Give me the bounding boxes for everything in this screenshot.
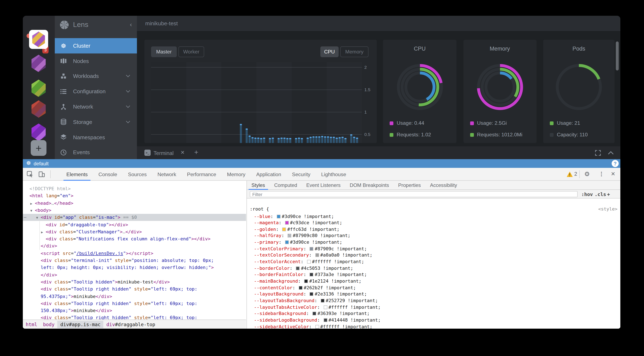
color-swatch[interactable] <box>288 234 292 238</box>
dom-tree-row[interactable]: <script src="/build/LensDev.js"></script… <box>23 250 246 257</box>
css-property-value[interactable]: #2e3136 !important; <box>315 292 367 297</box>
css-property-name[interactable]: --textColorPrimary <box>254 246 303 252</box>
css-variable-row[interactable]: --layoutBackground: #2e3136 !important; <box>254 291 367 298</box>
metric-tab-cpu[interactable]: CPU <box>320 46 338 57</box>
color-swatch[interactable] <box>304 279 308 283</box>
expand-arrow-closed-icon[interactable]: ▶ <box>30 200 32 207</box>
cluster-tile-cluster-4[interactable] <box>29 99 48 119</box>
css-variable-row[interactable]: --borderColor: #4c5053 !important; <box>254 265 353 271</box>
dom-tree-row[interactable]: <div class="Tooltip right hidden" style=… <box>23 286 246 293</box>
css-variable-row[interactable]: --magenta: #c93dce !important; <box>254 220 342 226</box>
color-swatch[interactable] <box>310 273 314 277</box>
dom-tree-row[interactable]: ▶<div class="ClusterManager">…</div> <box>23 228 246 236</box>
terminal-fullscreen-icon[interactable] <box>595 150 601 156</box>
sidebar-item-nodes[interactable]: Nodes <box>55 53 137 69</box>
css-variable-row[interactable]: --textColorSecondary: #a0a0a0 !important… <box>254 252 372 259</box>
cluster-tile-cluster-5[interactable] <box>29 123 48 142</box>
tab-sources[interactable]: Sources <box>122 168 152 181</box>
styles-filter-input[interactable] <box>250 191 578 197</box>
css-property-name[interactable]: --sidebarBackground <box>254 311 306 316</box>
css-variable-row[interactable]: --textColorPrimary: #87909c !important; <box>254 246 367 252</box>
tab-security[interactable]: Security <box>286 168 316 181</box>
sidebar-collapse-icon[interactable]: ‹ <box>130 21 132 28</box>
device-toolbar-icon[interactable] <box>38 171 45 178</box>
devtools-menu-icon[interactable]: ⋮ <box>599 171 604 177</box>
css-property-name[interactable]: --halfGray <box>254 233 281 238</box>
css-property-value[interactable]: #36393e !important; <box>318 311 370 316</box>
node-tab-worker[interactable]: Worker <box>178 46 204 57</box>
sidebar-item-events[interactable]: Events <box>55 145 137 160</box>
css-variable-row[interactable]: --sidebarBackground: #36393e !important; <box>254 311 370 317</box>
breadcrumb-item[interactable]: html <box>23 321 40 328</box>
css-variable-row[interactable]: --layoutTabsActiveColor: #ffffff !import… <box>254 304 381 310</box>
terminal-tab[interactable]: Terminal <box>154 150 174 156</box>
css-variable-row[interactable]: --sidebarLogoBackground: #414448 !import… <box>254 317 381 324</box>
css-property-value[interactable]: #ffffff !important; <box>328 304 381 310</box>
css-property-name[interactable]: --primary <box>254 240 279 245</box>
tab-properties[interactable]: Properties <box>394 181 425 190</box>
add-cluster-button[interactable]: + <box>31 140 46 156</box>
dom-tree-row[interactable]: ⋯▼<div id="app" class="is-mac"> == $0 <box>23 214 246 221</box>
dom-tree-row[interactable]: <div class="Notifications flex column al… <box>23 235 246 243</box>
css-property-name[interactable]: --borderFaintColor <box>254 272 303 277</box>
tab-performance[interactable]: Performance <box>182 168 222 181</box>
warning-icon[interactable] <box>566 171 573 178</box>
color-swatch[interactable] <box>310 247 314 251</box>
color-swatch[interactable] <box>310 292 314 296</box>
css-property-name[interactable]: --layoutTabsBackground <box>254 298 314 303</box>
terminal-collapse-icon[interactable] <box>608 151 614 155</box>
expand-arrow-open-icon[interactable]: ▼ <box>30 207 32 214</box>
css-property-value[interactable]: #4c5053 !important; <box>301 265 353 271</box>
css-property-value[interactable]: #414448 !important; <box>328 318 381 323</box>
css-property-value[interactable]: #3d90ce !important; <box>290 240 342 245</box>
css-variable-row[interactable]: --blue: #3d90ce !important; <box>254 213 334 220</box>
dom-tree-row[interactable]: <div class="Tooltip right hidden" style=… <box>23 314 246 320</box>
tab-computed[interactable]: Computed <box>270 181 302 190</box>
css-property-value[interactable]: #ffffff !important; <box>320 324 372 329</box>
css-property-name[interactable]: --layoutTabsActiveColor <box>254 304 317 310</box>
color-swatch[interactable] <box>315 325 319 329</box>
dom-row-menu-icon[interactable]: ⋯ <box>24 214 26 221</box>
sidebar-item-network[interactable]: Network <box>55 99 137 114</box>
namespace-label[interactable]: default <box>34 161 48 167</box>
dom-tree-row[interactable]: ▶<head>…</head> <box>23 199 246 207</box>
css-property-name[interactable]: --textColorAccent <box>254 259 301 264</box>
tab-console[interactable]: Console <box>93 168 122 181</box>
css-property-name[interactable]: --borderColor <box>254 265 290 271</box>
css-variable-row[interactable]: --golden: #ffc63d !important; <box>254 226 340 233</box>
sidebar-item-workloads[interactable]: Workloads <box>55 69 137 84</box>
style-source-link[interactable]: <style> <box>598 206 618 212</box>
dom-tree-row[interactable]: 95.4375px;">minikube</div> <box>23 293 246 300</box>
class-toggle[interactable]: .cls <box>594 191 606 197</box>
terminal-add-icon[interactable]: + <box>194 148 198 157</box>
css-property-name[interactable]: --mainBackground <box>254 279 298 284</box>
color-swatch[interactable] <box>321 299 324 303</box>
dom-tree-row[interactable]: </div> <box>23 271 246 279</box>
tab-styles[interactable]: Styles <box>247 181 270 190</box>
tab-lighthouse[interactable]: Lighthouse <box>316 168 352 181</box>
dom-tree-row[interactable]: ▼<body> <box>23 207 246 214</box>
css-property-name[interactable]: --sidebarActiveColor <box>254 324 309 329</box>
metric-tab-memory[interactable]: Memory <box>340 46 368 57</box>
dom-tree-row[interactable]: <div class="terminal-init" style="positi… <box>23 257 246 264</box>
cluster-tile-cluster-2[interactable] <box>29 54 48 73</box>
color-swatch[interactable] <box>296 266 300 270</box>
css-property-value[interactable]: #ffffff !important; <box>312 259 364 264</box>
node-tab-master[interactable]: Master <box>151 46 177 57</box>
color-swatch[interactable] <box>285 221 289 225</box>
color-swatch[interactable] <box>312 312 316 316</box>
css-variable-row[interactable]: --primary: #3d90ce !important; <box>254 239 342 246</box>
dom-tree-row[interactable]: <div class="Tooltip hidden">minikube-tes… <box>23 279 246 286</box>
tab-dom-breakpoints[interactable]: DOM Breakpoints <box>345 181 394 190</box>
css-property-value[interactable]: #252729 !important; <box>326 298 378 303</box>
css-variable-row[interactable]: --layoutTabsBackground: #252729 !importa… <box>254 298 378 304</box>
new-style-rule-button[interactable]: + <box>607 191 610 197</box>
sidebar-item-namespaces[interactable]: Namespaces <box>55 130 137 145</box>
color-swatch[interactable] <box>285 240 289 244</box>
css-property-value[interactable]: #a0a0a0 !important; <box>320 253 372 258</box>
sidebar-item-storage[interactable]: Storage <box>55 114 137 130</box>
rule-selector[interactable]: :root { <box>250 206 269 212</box>
expand-arrow-open-icon[interactable]: ▼ <box>36 214 38 221</box>
css-property-value[interactable]: #3d90ce !important; <box>282 214 334 219</box>
tab-elements[interactable]: Elements <box>61 168 93 181</box>
